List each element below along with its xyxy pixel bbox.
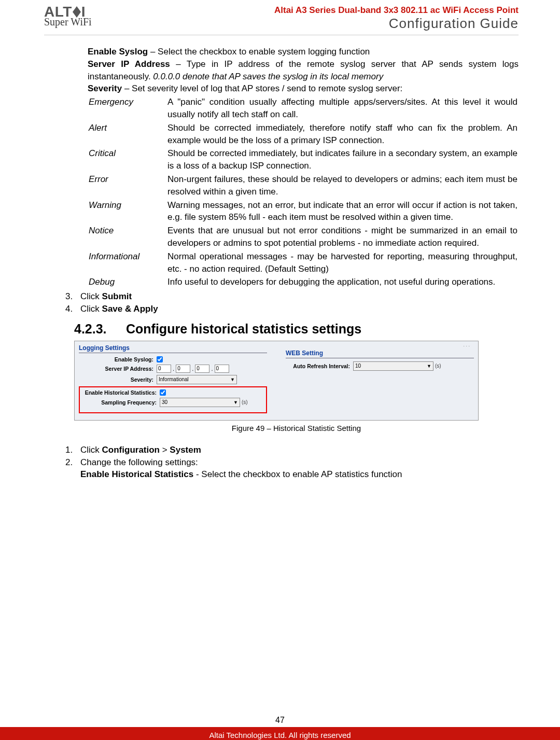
fig-auto-refresh-label: Auto Refresh Interval: bbox=[286, 363, 353, 369]
severity-desc-cell: Should be corrected immediately, therefo… bbox=[167, 122, 517, 147]
screenshot-figure: Logging Settings Enable Syslog: Server I… bbox=[74, 341, 479, 421]
panel-title-logging: Logging Settings bbox=[79, 343, 267, 353]
severity-row: DebugInfo useful to developers for debug… bbox=[89, 276, 517, 288]
severity-table: EmergencyA "panic" condition usually aff… bbox=[88, 95, 519, 289]
heading-number: 4.2.3. bbox=[74, 322, 126, 337]
doc-title-guide: Configuration Guide bbox=[274, 16, 519, 32]
severity-desc-cell: Non-urgent failures, these should be rel… bbox=[167, 173, 517, 198]
server-ip-desc: Server IP Address – Type in IP address o… bbox=[88, 58, 519, 83]
fig-severity-select[interactable]: Informational▼ bbox=[157, 375, 237, 384]
fig-enable-syslog-checkbox[interactable] bbox=[157, 356, 163, 362]
figure-caption: Figure 49 – Historical Statistic Setting bbox=[74, 424, 519, 432]
fig-sampling-unit: (s) bbox=[242, 399, 248, 405]
severity-row: EmergencyA "panic" condition usually aff… bbox=[89, 96, 517, 121]
severity-term: Critical bbox=[89, 147, 166, 172]
severity-row: WarningWarning messages, not an error, b… bbox=[89, 199, 517, 224]
page-number: 47 bbox=[0, 716, 560, 725]
section-heading: 4.2.3.Configure historical statistics se… bbox=[74, 322, 519, 337]
enable-syslog-desc: Enable Syslog – Select the checkbox to e… bbox=[88, 46, 519, 58]
chevron-down-icon: ▼ bbox=[427, 364, 431, 369]
heading-text: Configure historical statistics settings bbox=[126, 322, 361, 336]
severity-term: Error bbox=[89, 173, 166, 198]
fig-server-ip-label: Server IP Address: bbox=[79, 366, 157, 372]
severity-term: Alert bbox=[89, 122, 166, 147]
severity-row: ErrorNon-urgent failures, these should b… bbox=[89, 173, 517, 198]
panel-title-web: WEB Setting bbox=[286, 348, 474, 358]
brand-logo: ALT I Super WiFi bbox=[44, 5, 94, 27]
severity-desc-cell: Normal operational messages - may be har… bbox=[167, 250, 517, 275]
step-item: Click Save & Apply bbox=[75, 303, 519, 315]
step-item: Click Configuration > System bbox=[75, 444, 519, 456]
page-header: ALT I Super WiFi Altai A3 Series Dual-ba… bbox=[44, 5, 519, 35]
severity-term: Informational bbox=[89, 250, 166, 275]
chevron-down-icon: ▼ bbox=[233, 400, 238, 405]
fig-enable-hist-label: Enable Historical Statistics: bbox=[82, 389, 160, 396]
fig-enable-hist-checkbox[interactable] bbox=[160, 389, 166, 396]
fig-enable-syslog-label: Enable Syslog: bbox=[79, 356, 157, 362]
severity-desc-cell: Info useful to developers for debugging … bbox=[167, 276, 517, 288]
severity-term: Warning bbox=[89, 199, 166, 224]
severity-row: NoticeEvents that are unusual but not er… bbox=[89, 225, 517, 249]
highlight-frame: Enable Historical Statistics: Sampling F… bbox=[79, 386, 267, 413]
fig-auto-refresh-unit: (s) bbox=[435, 363, 441, 369]
fig-severity-label: Severity: bbox=[79, 376, 157, 383]
severity-desc-cell: Events that are unusual but not error co… bbox=[167, 225, 517, 249]
step-item: Click Submit bbox=[75, 290, 519, 303]
fig-sampling-label: Sampling Frequency: bbox=[82, 399, 160, 406]
server-ip-label: Server IP Address bbox=[88, 59, 170, 69]
doc-title-product: Altai A3 Series Dual-band 3x3 802.11 ac … bbox=[274, 5, 519, 16]
fig-ip-octet-1[interactable] bbox=[157, 365, 171, 373]
severity-row: InformationalNormal operational messages… bbox=[89, 250, 517, 275]
enable-syslog-label: Enable Syslog bbox=[88, 47, 148, 57]
fig-sampling-select[interactable]: 30▼ bbox=[160, 398, 240, 407]
chevron-down-icon: ▼ bbox=[230, 377, 235, 382]
step-list-b: Click Configuration > System Change the … bbox=[75, 444, 519, 481]
severity-desc: Severity – Set severity level of log tha… bbox=[88, 82, 519, 95]
severity-term: Debug bbox=[89, 276, 166, 288]
severity-label: Severity bbox=[88, 83, 122, 93]
fig-ip-octet-3[interactable] bbox=[195, 365, 209, 373]
fig-auto-refresh-select[interactable]: 10▼ bbox=[353, 361, 433, 371]
footer-copyright: Altai Technologies Ltd. All rights reser… bbox=[0, 727, 560, 740]
main-content: Enable Syslog – Select the checkbox to e… bbox=[88, 46, 519, 289]
svg-marker-0 bbox=[73, 6, 81, 12]
fig-topcut: · · · bbox=[286, 343, 474, 348]
severity-term: Emergency bbox=[89, 96, 166, 121]
severity-desc-cell: Should be corrected immediately, but ind… bbox=[167, 147, 517, 172]
fig-ip-octet-2[interactable] bbox=[176, 365, 190, 373]
logo-subtitle: Super WiFi bbox=[44, 17, 94, 27]
fig-ip-octet-4[interactable] bbox=[215, 365, 229, 373]
severity-desc-cell: A "panic" condition usually affecting mu… bbox=[167, 96, 517, 121]
step-item: Change the following settings: Enable Hi… bbox=[75, 456, 519, 481]
severity-row: CriticalShould be corrected immediately,… bbox=[89, 147, 517, 172]
severity-row: AlertShould be corrected immediately, th… bbox=[89, 122, 517, 147]
severity-term: Notice bbox=[89, 225, 166, 249]
severity-desc-cell: Warning messages, not an error, but indi… bbox=[167, 199, 517, 224]
step-list-a: Click Submit Click Save & Apply bbox=[75, 290, 519, 315]
